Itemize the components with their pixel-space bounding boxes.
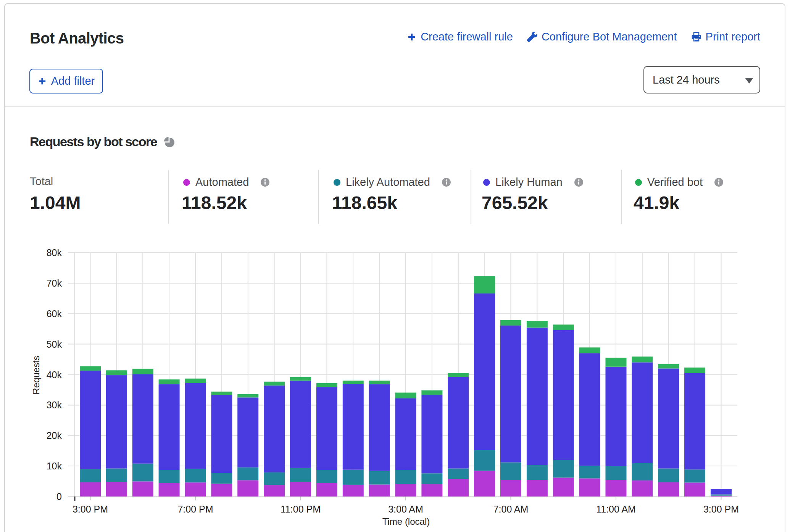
svg-text:11:00 AM: 11:00 AM [596,504,636,514]
svg-text:11:00 PM: 11:00 PM [281,504,321,514]
svg-text:80k: 80k [47,247,62,258]
svg-text:10k: 10k [47,461,62,471]
svg-text:3:00 AM: 3:00 AM [388,504,423,514]
svg-text:7:00 AM: 7:00 AM [493,504,529,514]
svg-text:60k: 60k [47,308,62,319]
svg-text:50k: 50k [47,339,62,350]
svg-text:30k: 30k [47,400,62,410]
svg-text:3:00 PM: 3:00 PM [703,504,739,514]
svg-text:20k: 20k [47,430,62,441]
svg-text:7:00 PM: 7:00 PM [177,504,213,514]
svg-text:40k: 40k [47,369,62,380]
svg-text:Requests: Requests [31,356,41,394]
svg-text:Time (local): Time (local) [382,516,430,527]
svg-text:0: 0 [56,491,62,502]
svg-text:3:00 PM: 3:00 PM [73,504,108,514]
svg-text:70k: 70k [47,278,62,289]
